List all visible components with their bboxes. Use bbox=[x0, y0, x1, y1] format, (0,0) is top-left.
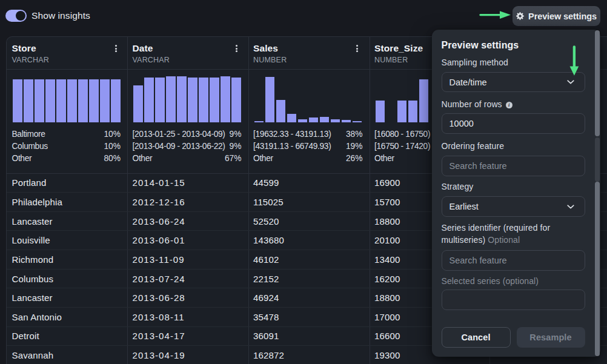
scrollbar-thumb-bottom[interactable] bbox=[595, 182, 600, 356]
histogram-bar bbox=[45, 79, 55, 122]
table-cell: 2013-04-17 bbox=[127, 327, 248, 346]
summary-row: Other26% bbox=[253, 153, 363, 165]
histogram-bar bbox=[13, 79, 22, 122]
show-insights-control: Show insights bbox=[5, 10, 90, 22]
info-icon[interactable]: i bbox=[506, 102, 512, 108]
table-cell: 2013-06-28 bbox=[127, 288, 248, 307]
series-identifier-input[interactable]: Search feature bbox=[442, 250, 585, 271]
table-cell: Detroit bbox=[7, 327, 127, 346]
table-cell: Lancaster bbox=[7, 288, 127, 307]
number-of-rows-value: 10000 bbox=[449, 119, 474, 128]
summary-percent: 19% bbox=[346, 141, 363, 153]
dataset-preview-screen: Show insights Preview settings bbox=[0, 0, 607, 364]
histogram-bar bbox=[419, 79, 429, 122]
table-cell: Portland bbox=[7, 174, 127, 193]
histogram-bar bbox=[221, 76, 230, 122]
resample-button[interactable]: Resample bbox=[517, 327, 585, 348]
number-of-rows-input[interactable]: 10000 bbox=[442, 113, 585, 134]
strategy-select[interactable]: Earliest bbox=[442, 196, 585, 217]
summary-row: Other67% bbox=[133, 153, 242, 165]
kebab-menu-icon[interactable] bbox=[354, 45, 360, 52]
histogram-bar bbox=[309, 117, 319, 122]
series-identifier-label: Series identifier (required for multiser… bbox=[442, 222, 585, 246]
histogram-bar bbox=[188, 78, 197, 123]
histogram-bar bbox=[408, 101, 418, 122]
histogram-bar bbox=[231, 78, 241, 123]
summary-row: Other80% bbox=[12, 153, 121, 165]
column-type: VARCHAR bbox=[133, 55, 248, 65]
histogram-bar bbox=[89, 79, 99, 122]
series-identifier-placeholder: Search feature bbox=[449, 256, 507, 265]
histogram-bar bbox=[67, 79, 77, 122]
histogram bbox=[254, 75, 362, 122]
summary-label: [16750 - 17420) bbox=[374, 141, 430, 153]
sampling-method-label: Sampling method bbox=[442, 56, 508, 68]
histogram-bar bbox=[78, 79, 88, 122]
preview-settings-panel: Preview settings Sampling method Date/ti… bbox=[432, 30, 600, 357]
summary-percent: 10% bbox=[104, 128, 121, 141]
summary-label: [19632.33 - 43191.13) bbox=[253, 128, 331, 141]
histogram-bar bbox=[276, 100, 286, 123]
summary-percent: 9% bbox=[230, 141, 242, 153]
table-cell: Savannah bbox=[7, 346, 127, 364]
table-cell: 162872 bbox=[248, 346, 370, 364]
table-cell: 44599 bbox=[248, 174, 370, 193]
show-insights-toggle[interactable] bbox=[5, 10, 27, 22]
sampling-method-value: Date/time bbox=[449, 78, 487, 87]
toggle-knob bbox=[16, 11, 25, 21]
annotation-arrow-right-icon bbox=[476, 8, 514, 22]
summary-percent: 10% bbox=[104, 141, 121, 153]
scrollbar-track[interactable] bbox=[595, 137, 600, 182]
kebab-menu-icon[interactable] bbox=[113, 45, 119, 52]
table-cell: 2013-06-24 bbox=[127, 212, 248, 231]
table-cell: 2013-06-01 bbox=[127, 231, 248, 250]
histogram-bar bbox=[133, 85, 143, 122]
summary-percent: 9% bbox=[230, 128, 242, 141]
column-header: SalesNUMBER bbox=[248, 37, 370, 65]
column-date: DateVARCHAR[2013-01-25 - 2013-04-09)9%[2… bbox=[127, 37, 248, 173]
panel-title: Preview settings bbox=[442, 40, 519, 51]
preview-settings-button-label: Preview settings bbox=[528, 12, 597, 21]
summary-row: [19632.33 - 43191.13)38% bbox=[253, 128, 363, 141]
histogram-bar bbox=[177, 76, 187, 122]
table-cell: 2013-07-24 bbox=[127, 270, 248, 288]
chevron-down-icon bbox=[567, 205, 574, 209]
kebab-menu-icon[interactable] bbox=[233, 45, 239, 52]
selected-series-input[interactable] bbox=[442, 290, 585, 310]
strategy-label: Strategy bbox=[442, 180, 474, 193]
table-cell: 35478 bbox=[248, 308, 370, 326]
histogram-bar bbox=[397, 101, 407, 122]
summary-row: Columbus10% bbox=[12, 141, 121, 153]
selected-series-label: Selected series (optional) bbox=[442, 275, 539, 287]
histogram-bar bbox=[342, 120, 351, 122]
summary-label: [2013-01-25 - 2013-04-09) bbox=[133, 128, 225, 141]
histogram-bar bbox=[287, 114, 297, 122]
histogram bbox=[13, 75, 121, 122]
summary-label: [43191.13 - 66749.93) bbox=[253, 141, 331, 153]
table-cell: Lancaster bbox=[7, 212, 127, 231]
ordering-feature-input[interactable]: Search feature bbox=[442, 156, 585, 176]
column-type: NUMBER bbox=[253, 55, 370, 65]
table-cell: 46102 bbox=[248, 250, 370, 269]
table-cell: 115025 bbox=[248, 193, 370, 211]
summary-label: Columbus bbox=[12, 141, 48, 153]
summary-percent: 80% bbox=[104, 153, 121, 165]
scrollbar-thumb-top[interactable] bbox=[595, 30, 600, 136]
summary-label: Baltimore bbox=[12, 128, 45, 141]
preview-settings-button[interactable]: Preview settings bbox=[512, 6, 600, 26]
sampling-method-select[interactable]: Date/time bbox=[442, 72, 585, 92]
summary-label: Other bbox=[133, 153, 153, 165]
column-sales: SalesNUMBER[19632.33 - 43191.13)38%[4319… bbox=[248, 37, 370, 173]
histogram-bar bbox=[56, 79, 66, 122]
table-cell: 22152 bbox=[248, 270, 370, 288]
gear-icon bbox=[516, 12, 524, 20]
table-cell: 2012-12-16 bbox=[127, 193, 248, 211]
histogram-bar bbox=[376, 101, 385, 122]
summary-percent: 26% bbox=[346, 153, 363, 165]
summary-label: Other bbox=[374, 153, 394, 165]
histogram-bar bbox=[210, 78, 219, 123]
ordering-feature-label: Ordering feature bbox=[442, 140, 505, 152]
cancel-button[interactable]: Cancel bbox=[442, 327, 511, 348]
ordering-feature-placeholder: Search feature bbox=[449, 161, 507, 171]
optional-tag: Optional bbox=[488, 235, 520, 245]
